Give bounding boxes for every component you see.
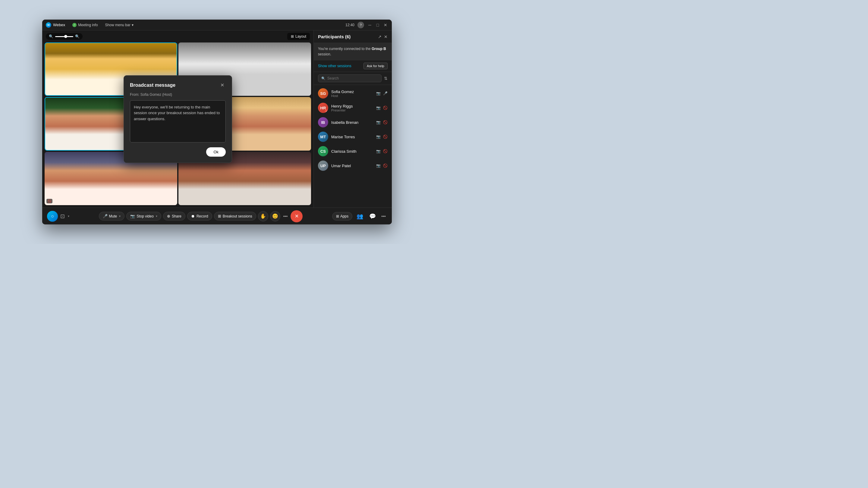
webex-logo-icon: W bbox=[46, 22, 51, 28]
mute-icon: 🎤 bbox=[103, 214, 107, 218]
share-button[interactable]: ⊕ Share bbox=[163, 212, 185, 221]
show-sessions-link[interactable]: Show other sessions bbox=[318, 64, 351, 68]
participant-name-marise: Marise Torres bbox=[331, 135, 373, 139]
record-label: Record bbox=[196, 214, 208, 218]
search-input-wrapper: 🔍 bbox=[318, 74, 381, 82]
video-icon-sofia: 📷 bbox=[376, 91, 381, 96]
participant-info-sofia: Sofia Gomez Host bbox=[331, 90, 373, 98]
panel-header: Participants (6) ↗ ✕ bbox=[314, 30, 392, 43]
participants-toolbar-button[interactable]: 👥 bbox=[355, 211, 365, 221]
participant-icons-marise: 📷 🚫 bbox=[376, 135, 388, 139]
record-icon: ⏺ bbox=[191, 214, 195, 218]
participant-item-henry: HR P Henry Riggs Presenter 📷 🚫 bbox=[314, 101, 392, 115]
video-arrow: ▾ bbox=[156, 215, 157, 218]
video-icon-marise: 📷 bbox=[376, 135, 381, 139]
toolbar-center: 🎤 Mute ▾ 📷 Stop video ▾ ⊕ Share ⏺ Record… bbox=[99, 210, 303, 222]
modal-from-label: From: Sofia Gomez (Host) bbox=[130, 93, 226, 97]
more-options-button[interactable]: ••• bbox=[282, 212, 289, 221]
share-label: Share bbox=[172, 214, 181, 218]
bottom-toolbar: ○ ⊡ ▾ 🎤 Mute ▾ 📷 Stop video ▾ ⊕ Share ⏺ … bbox=[42, 207, 392, 224]
presenter-badge-henry: P bbox=[324, 109, 328, 113]
maximize-button[interactable]: □ bbox=[375, 22, 380, 28]
participant-icons-sofia: 📷 🎤 bbox=[376, 91, 388, 96]
panel-close-button[interactable]: ✕ bbox=[384, 34, 388, 39]
mic-icon-marise: 🚫 bbox=[383, 135, 388, 139]
video-icon-isabella: 📷 bbox=[376, 120, 381, 124]
session-suffix: session. bbox=[318, 52, 331, 56]
modal-message-text: Hey everyone, we'll be returning to the … bbox=[134, 105, 220, 121]
participant-info-henry: Henry Riggs Presenter bbox=[331, 104, 373, 112]
apps-button[interactable]: ⊞ Apps bbox=[332, 212, 352, 221]
show-menu-button[interactable]: Show menu bar ▾ bbox=[105, 23, 133, 27]
camera-icon: 📷 bbox=[130, 214, 135, 218]
breakout-sessions-button[interactable]: ⊞ Breakout sessions bbox=[214, 212, 256, 221]
captions-arrow[interactable]: ▾ bbox=[68, 215, 69, 218]
participant-name-clarissa: Clarissa Smith bbox=[331, 149, 373, 154]
participants-panel: Participants (6) ↗ ✕ You're currently co… bbox=[313, 30, 392, 207]
ok-button[interactable]: Ok bbox=[206, 147, 226, 157]
modal-header: Broadcast message ✕ bbox=[130, 82, 226, 89]
video-icon-umar: 📷 bbox=[376, 164, 381, 168]
mic-icon-henry: 🚫 bbox=[383, 106, 388, 110]
session-links: Show other sessions Ask for help bbox=[314, 60, 392, 72]
mic-icon-sofia: 🎤 bbox=[383, 91, 388, 96]
breakout-label: Breakout sessions bbox=[223, 214, 252, 218]
raise-hand-button[interactable]: ✋ bbox=[258, 211, 268, 221]
ai-assistant-button[interactable]: ○ bbox=[47, 211, 58, 222]
avatar-inner-marise: MT bbox=[318, 132, 328, 142]
avatar-umar: UP bbox=[318, 161, 328, 171]
mic-icon-clarissa: 🚫 bbox=[383, 149, 388, 153]
participant-item-clarissa: CS Clarissa Smith 📷 🚫 bbox=[314, 144, 392, 158]
participant-icons-clarissa: 📷 🚫 bbox=[376, 149, 388, 153]
captions-button[interactable]: ⊡ bbox=[60, 213, 65, 220]
ask-help-button[interactable]: Ask for help bbox=[364, 63, 388, 69]
end-call-button[interactable]: ✕ bbox=[290, 210, 303, 222]
session-name: Group B bbox=[372, 47, 386, 51]
help-button[interactable]: ? bbox=[358, 22, 364, 28]
main-content: 🔍 🔍 ⊞ Layout bbox=[42, 30, 392, 207]
session-notice: You're currently connected to the Group … bbox=[314, 43, 392, 60]
minimize-button[interactable]: ─ bbox=[367, 22, 373, 28]
mute-label: Mute bbox=[109, 214, 117, 218]
meeting-info-button[interactable]: ✓ Meeting info bbox=[70, 22, 100, 28]
avatar-henry: HR P bbox=[318, 103, 328, 113]
avatar-inner-isabella: IB bbox=[318, 117, 328, 127]
more-toolbar-button[interactable]: ••• bbox=[380, 212, 387, 221]
share-icon: ⊕ bbox=[167, 214, 170, 218]
webex-logo[interactable]: W Webex bbox=[46, 22, 65, 28]
video-icon-henry: 📷 bbox=[376, 106, 381, 110]
session-notice-text: You're currently connected to the bbox=[318, 47, 371, 51]
modal-title: Broadcast message bbox=[130, 83, 176, 88]
window-controls: ─ □ ✕ bbox=[367, 22, 388, 28]
chat-toolbar-button[interactable]: 💬 bbox=[367, 211, 378, 221]
panel-pop-out-button[interactable]: ↗ bbox=[378, 34, 381, 39]
avatar-isabella: IB bbox=[318, 117, 328, 127]
participant-item-umar: UP Umar Patel 📷 🚫 bbox=[314, 158, 392, 173]
sort-button[interactable]: ⇅ bbox=[384, 76, 388, 81]
participant-role-henry: Presenter bbox=[331, 108, 373, 112]
reactions-button[interactable]: 😊 bbox=[270, 211, 280, 221]
participant-role-sofia: Host bbox=[331, 94, 373, 98]
search-input[interactable] bbox=[327, 76, 378, 80]
participant-name-umar: Umar Patel bbox=[331, 164, 373, 168]
record-button[interactable]: ⏺ Record bbox=[187, 212, 212, 221]
participant-icons-umar: 📷 🚫 bbox=[376, 164, 388, 168]
modal-close-button[interactable]: ✕ bbox=[218, 82, 226, 89]
toolbar-right: ⊞ Apps 👥 💬 ••• bbox=[332, 211, 387, 221]
avatar-inner-sofia: SG bbox=[318, 88, 328, 98]
avatar-inner-clarissa: CS bbox=[318, 146, 328, 156]
participant-info-umar: Umar Patel bbox=[331, 164, 373, 168]
breakout-icon: ⊞ bbox=[218, 214, 221, 218]
participant-info-marise: Marise Torres bbox=[331, 135, 373, 139]
search-bar: 🔍 ⇅ bbox=[314, 72, 392, 85]
app-window: W Webex ✓ Meeting info Show menu bar ▾ 1… bbox=[42, 20, 392, 224]
app-name-label: Webex bbox=[53, 23, 65, 27]
toolbar-left: ○ ⊡ ▾ bbox=[47, 211, 69, 222]
search-icon: 🔍 bbox=[321, 76, 326, 80]
close-button[interactable]: ✕ bbox=[383, 22, 388, 28]
participant-name-isabella: Isabella Brenan bbox=[331, 120, 373, 125]
stop-video-button[interactable]: 📷 Stop video ▾ bbox=[126, 212, 161, 221]
apps-icon: ⊞ bbox=[336, 214, 339, 218]
time-display: 12:40 bbox=[345, 23, 354, 27]
mute-button[interactable]: 🎤 Mute ▾ bbox=[99, 212, 125, 221]
